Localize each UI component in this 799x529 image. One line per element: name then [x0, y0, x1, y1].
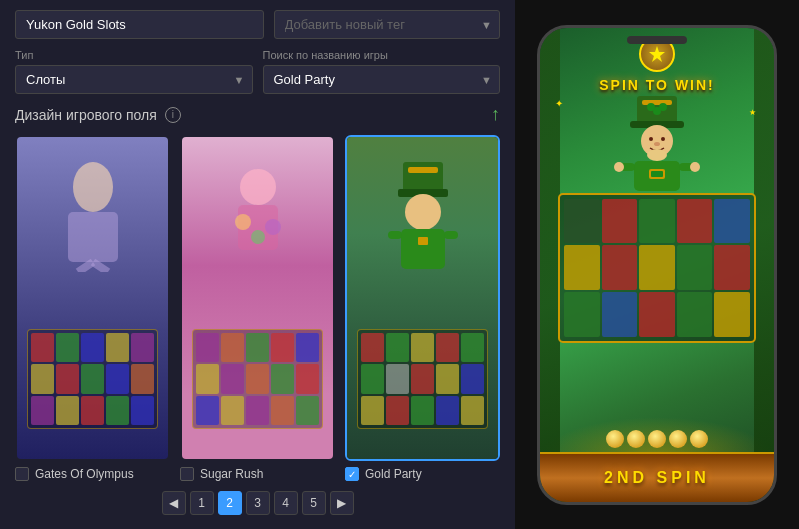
- game-card-sugar[interactable]: Sugar Rush: [180, 135, 335, 483]
- svg-rect-13: [401, 229, 445, 269]
- page-next-btn[interactable]: ▶: [330, 491, 354, 515]
- right-panel: SPIN TO WIN!: [515, 0, 799, 529]
- pagination: ◀ 1 2 3 4 5 ▶: [15, 483, 500, 519]
- sugar-footer: Sugar Rush: [180, 461, 335, 483]
- svg-rect-19: [642, 100, 672, 105]
- olympus-slot-grid: [27, 329, 158, 429]
- svg-line-3: [93, 262, 108, 272]
- svg-point-24: [649, 137, 653, 141]
- svg-rect-16: [444, 231, 458, 239]
- sugar-checkbox[interactable]: [180, 467, 194, 481]
- sugar-slot-grid: [192, 329, 323, 429]
- svg-line-2: [78, 262, 93, 272]
- phone-notch: [627, 36, 687, 44]
- preview-reel-grid: [558, 193, 756, 343]
- svg-point-8: [251, 230, 265, 244]
- preview-leprechaun: [612, 93, 702, 193]
- design-title: Дизайн игрового поля: [15, 107, 157, 123]
- gold-slot-grid: [357, 329, 488, 429]
- info-icon[interactable]: i: [165, 107, 181, 123]
- svg-rect-30: [651, 171, 663, 177]
- cell: [677, 245, 713, 290]
- game-image-olympus: [15, 135, 170, 461]
- svg-point-12: [405, 194, 441, 230]
- cell: [714, 199, 750, 244]
- svg-rect-11: [408, 167, 438, 173]
- svg-rect-1: [68, 212, 118, 262]
- second-spin-bar[interactable]: 2ND SPIN: [540, 452, 774, 502]
- cell: [677, 292, 713, 337]
- game-card-olympus[interactable]: Gates Of Olympus: [15, 135, 170, 483]
- svg-point-34: [690, 162, 700, 172]
- tag-select-wrapper: Добавить новый тег ▼: [274, 10, 501, 39]
- cell: [564, 245, 600, 290]
- svg-point-33: [614, 162, 624, 172]
- filter-row: Тип Слоты ▼ Поиск по названию игры Gold …: [15, 49, 500, 94]
- search-filter-group: Поиск по названию игры Gold Party ▼: [263, 49, 501, 94]
- game-image-gold: [345, 135, 500, 461]
- page-2-btn[interactable]: 2: [218, 491, 242, 515]
- gold-thumbnail: [347, 137, 498, 459]
- gold-name: Gold Party: [365, 467, 422, 481]
- olympus-figure: [53, 157, 133, 277]
- spin-to-win-text: SPIN TO WIN!: [540, 76, 774, 94]
- svg-point-7: [265, 219, 281, 235]
- design-section: Дизайн игрового поля i ↑: [15, 104, 500, 519]
- search-select-wrapper: Gold Party ▼: [263, 65, 501, 94]
- casino-name-input[interactable]: [15, 10, 264, 39]
- second-spin-text: 2ND SPIN: [604, 469, 710, 487]
- page-3-btn[interactable]: 3: [246, 491, 270, 515]
- phone-screen: SPIN TO WIN!: [540, 28, 774, 502]
- page-4-btn[interactable]: 4: [274, 491, 298, 515]
- svg-point-22: [659, 103, 667, 111]
- olympus-name: Gates Of Olympus: [35, 467, 134, 481]
- svg-point-6: [235, 214, 251, 230]
- olympus-thumbnail: [17, 137, 168, 459]
- type-label: Тип: [15, 49, 253, 61]
- top-bar: Добавить новый тег ▼: [15, 10, 500, 39]
- cell: [714, 292, 750, 337]
- page-prev-btn[interactable]: ◀: [162, 491, 186, 515]
- olympus-footer: Gates Of Olympus: [15, 461, 170, 483]
- design-title-row: Дизайн игрового поля i: [15, 107, 181, 123]
- page-1-btn[interactable]: 1: [190, 491, 214, 515]
- type-filter-group: Тип Слоты ▼: [15, 49, 253, 94]
- tag-select[interactable]: Добавить новый тег: [274, 10, 501, 39]
- type-select[interactable]: Слоты: [15, 65, 253, 94]
- cell: [564, 199, 600, 244]
- gold-checkbox[interactable]: [345, 467, 359, 481]
- svg-rect-15: [388, 231, 402, 239]
- type-select-wrapper: Слоты ▼: [15, 65, 253, 94]
- game-image-sugar: [180, 135, 335, 461]
- svg-point-4: [240, 169, 276, 205]
- cell: [602, 199, 638, 244]
- coin-row: [550, 430, 764, 450]
- phone-frame: SPIN TO WIN!: [537, 25, 777, 505]
- svg-point-26: [654, 142, 660, 146]
- cell: [564, 292, 600, 337]
- search-label: Поиск по названию игры: [263, 49, 501, 61]
- cell: [714, 245, 750, 290]
- game-card-gold[interactable]: Gold Party: [345, 135, 500, 483]
- cell: [639, 199, 675, 244]
- cell: [602, 292, 638, 337]
- sugar-thumbnail: [182, 137, 333, 459]
- games-grid: Gates Of Olympus: [15, 135, 500, 483]
- svg-point-27: [647, 149, 667, 161]
- svg-point-0: [73, 162, 113, 212]
- olympus-checkbox[interactable]: [15, 467, 29, 481]
- sparkle-left: ✦: [555, 98, 563, 109]
- design-header: Дизайн игрового поля i ↑: [15, 104, 500, 125]
- game-search-select[interactable]: Gold Party: [263, 65, 501, 94]
- upload-icon[interactable]: ↑: [491, 104, 500, 125]
- gold-footer: Gold Party: [345, 461, 500, 483]
- cell: [639, 245, 675, 290]
- sugar-figure: [218, 157, 298, 277]
- gold-leprechaun: [383, 157, 463, 277]
- svg-point-25: [661, 137, 665, 141]
- left-panel: Добавить новый тег ▼ Тип Слоты ▼ Поиск п…: [0, 0, 515, 529]
- page-5-btn[interactable]: 5: [302, 491, 326, 515]
- cell: [677, 199, 713, 244]
- svg-rect-9: [403, 162, 443, 192]
- cell: [639, 292, 675, 337]
